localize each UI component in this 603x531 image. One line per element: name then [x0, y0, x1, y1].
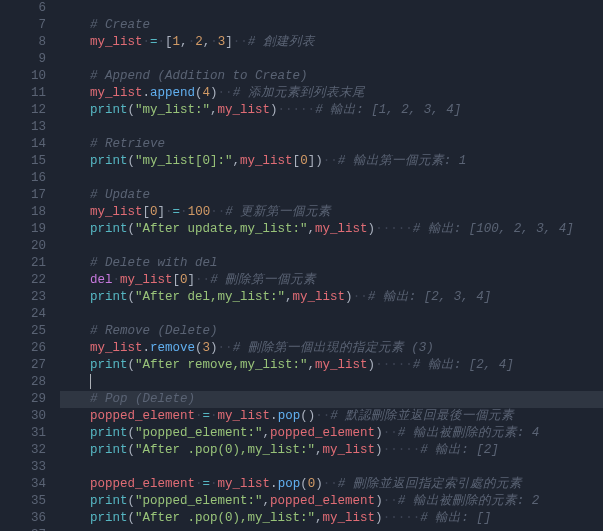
token-keyword: del: [90, 273, 113, 287]
token-punct: ): [368, 222, 376, 236]
line-number: 28: [0, 374, 46, 391]
code-line[interactable]: print("my_list:",my_list)·····# 輸出: [1, …: [60, 102, 603, 119]
line-number: 11: [0, 85, 46, 102]
token-ws: ·····: [375, 358, 413, 372]
token-ident: my_list: [218, 103, 271, 117]
line-number-gutter: 6789101112131415161718192021222324252627…: [0, 0, 60, 531]
token-punct: (: [128, 290, 136, 304]
line-number: 14: [0, 136, 46, 153]
token-punct: (: [195, 341, 203, 355]
token-comment: # 輸出第一個元素: 1: [338, 154, 467, 168]
token-ws: ··: [383, 494, 398, 508]
code-line[interactable]: my_list·=·[1,·2,·3]··# 創建列表: [60, 34, 603, 51]
token-comment: # Pop (Delete): [90, 392, 195, 406]
code-line[interactable]: print("popped_element:",popped_element)·…: [60, 425, 603, 442]
code-line[interactable]: print("After .pop(0),my_list:",my_list)·…: [60, 442, 603, 459]
code-line[interactable]: [60, 374, 603, 391]
line-number: 12: [0, 102, 46, 119]
line-number: 30: [0, 408, 46, 425]
token-comment: # 輸出: [100, 2, 3, 4]: [413, 222, 574, 236]
token-func: pop: [278, 409, 301, 423]
token-func: append: [150, 86, 195, 100]
code-line[interactable]: [60, 51, 603, 68]
token-op: =: [203, 409, 211, 423]
code-line[interactable]: # Pop (Delete): [60, 391, 603, 408]
code-line[interactable]: # Retrieve: [60, 136, 603, 153]
code-line[interactable]: print("After .pop(0),my_list:",my_list)·…: [60, 510, 603, 527]
token-ident: my_list: [323, 511, 376, 525]
token-ident: my_list: [315, 358, 368, 372]
token-number: 0: [150, 205, 158, 219]
token-ident: my_list: [90, 35, 143, 49]
token-punct: [: [165, 35, 173, 49]
code-line[interactable]: # Update: [60, 187, 603, 204]
token-comment: # 輸出: [2, 3, 4]: [368, 290, 492, 304]
token-comment: # Remove (Delete): [90, 324, 218, 338]
token-ident: my_list: [323, 443, 376, 457]
token-punct: (: [128, 154, 136, 168]
code-line[interactable]: # Delete with del: [60, 255, 603, 272]
token-punct: ): [368, 358, 376, 372]
token-punct: ): [375, 511, 383, 525]
token-string: "my_list:": [135, 103, 210, 117]
code-line[interactable]: [60, 119, 603, 136]
token-builtin: print: [90, 358, 128, 372]
code-line[interactable]: # Create: [60, 17, 603, 34]
code-line[interactable]: [60, 306, 603, 323]
token-number: 0: [300, 154, 308, 168]
token-ident: my_list: [218, 409, 271, 423]
token-builtin: print: [90, 154, 128, 168]
token-comment: # 創建列表: [248, 35, 315, 49]
code-line[interactable]: print("After del,my_list:",my_list)··# 輸…: [60, 289, 603, 306]
token-ident: my_list: [293, 290, 346, 304]
token-string: "After update,my_list:": [135, 222, 308, 236]
token-ws: ··: [323, 477, 338, 491]
token-number: 3: [203, 341, 211, 355]
token-builtin: print: [90, 494, 128, 508]
code-line[interactable]: print("After remove,my_list:",my_list)··…: [60, 357, 603, 374]
token-punct: ,: [308, 222, 316, 236]
token-punct: (: [300, 409, 308, 423]
token-ws: ·: [210, 409, 218, 423]
line-number: 19: [0, 221, 46, 238]
token-comment: # 輸出: [1, 2, 3, 4]: [315, 103, 461, 117]
token-punct: ,: [263, 426, 271, 440]
line-number: 25: [0, 323, 46, 340]
token-ident: my_list: [90, 86, 143, 100]
code-line[interactable]: print("my_list[0]:",my_list[0])··# 輸出第一個…: [60, 153, 603, 170]
line-number: 7: [0, 17, 46, 34]
token-builtin: print: [90, 443, 128, 457]
line-number: 24: [0, 306, 46, 323]
code-line[interactable]: # Remove (Delete): [60, 323, 603, 340]
code-line[interactable]: # Append (Addition to Create): [60, 68, 603, 85]
code-line[interactable]: my_list.remove(3)··# 刪除第一個出現的指定元素 (3): [60, 340, 603, 357]
code-line[interactable]: del·my_list[0]··# 刪除第一個元素: [60, 272, 603, 289]
code-line[interactable]: [60, 459, 603, 476]
code-line[interactable]: popped_element·=·my_list.pop()··# 默認刪除並返…: [60, 408, 603, 425]
line-number: 23: [0, 289, 46, 306]
token-punct: ,: [285, 290, 293, 304]
token-punct: ,: [210, 103, 218, 117]
token-ws: ··: [195, 273, 210, 287]
token-ident: my_list: [240, 154, 293, 168]
token-ws: ·····: [375, 222, 413, 236]
code-line[interactable]: [60, 238, 603, 255]
code-line[interactable]: print("After update,my_list:",my_list)··…: [60, 221, 603, 238]
token-number: 1: [173, 35, 181, 49]
code-editor[interactable]: 6789101112131415161718192021222324252627…: [0, 0, 603, 531]
code-line[interactable]: popped_element·=·my_list.pop(0)··# 刪除並返回…: [60, 476, 603, 493]
code-line[interactable]: [60, 170, 603, 187]
code-line[interactable]: print("popped_element:",popped_element)·…: [60, 493, 603, 510]
code-line[interactable]: [60, 0, 603, 17]
token-punct: [: [173, 273, 181, 287]
token-punct: .: [143, 86, 151, 100]
code-line[interactable]: my_list[0]·=·100··# 更新第一個元素: [60, 204, 603, 221]
token-ws: ·: [188, 35, 196, 49]
token-comment: # Retrieve: [90, 137, 165, 151]
token-punct: (: [128, 443, 136, 457]
line-number: 6: [0, 0, 46, 17]
token-punct: (: [300, 477, 308, 491]
code-line[interactable]: my_list.append(4)··# 添加元素到列表末尾: [60, 85, 603, 102]
code-area[interactable]: # Create my_list·=·[1,·2,·3]··# 創建列表 # A…: [60, 0, 603, 531]
line-number: 37: [0, 527, 46, 531]
